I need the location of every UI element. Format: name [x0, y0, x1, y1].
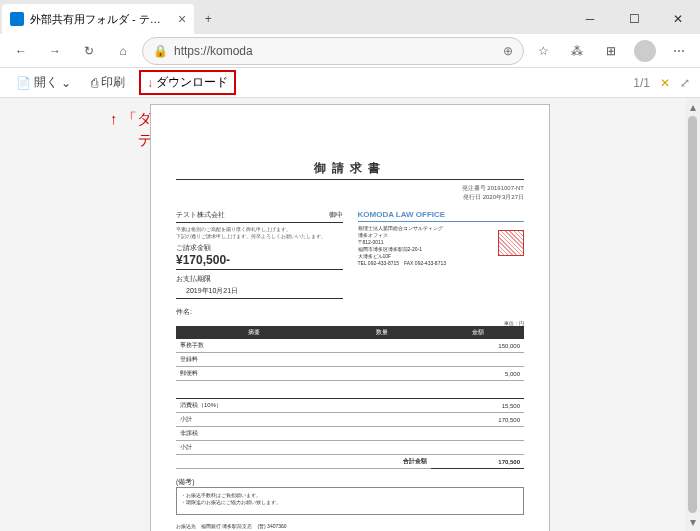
- open-button[interactable]: 📄 開く ⌄: [10, 71, 77, 94]
- browser-tab[interactable]: 外部共有用フォルダ - テスト請求書 ×: [2, 4, 194, 34]
- back-button[interactable]: ←: [6, 36, 36, 66]
- favorite-button[interactable]: ☆: [528, 36, 558, 66]
- scroll-down-icon[interactable]: ▾: [690, 515, 696, 529]
- scroll-up-icon[interactable]: ▴: [690, 100, 696, 114]
- favorites-list-button[interactable]: ⁂: [562, 36, 592, 66]
- company-logo: KOMODA LAW OFFICE: [358, 210, 525, 222]
- chevron-down-icon: ⌄: [61, 76, 71, 90]
- tab-title: 外部共有用フォルダ - テスト請求書: [30, 12, 170, 27]
- maximize-button[interactable]: ☐: [612, 4, 656, 34]
- tab-close-icon[interactable]: ×: [178, 11, 186, 27]
- pdf-close-icon[interactable]: ✕: [660, 76, 670, 90]
- reader-icon[interactable]: ⊕: [503, 44, 513, 58]
- lock-icon: 🔒: [153, 44, 168, 58]
- tab-favicon: [10, 12, 24, 26]
- page-indicator: 1/1: [633, 76, 650, 90]
- folder-icon: 📄: [16, 76, 31, 90]
- print-button[interactable]: ⎙ 印刷: [85, 71, 131, 94]
- invoice-document: 御請求書 発注番号 20191007-NT 発行日 2020年3月27日 テスト…: [150, 104, 550, 531]
- pdf-expand-icon[interactable]: ⤢: [680, 76, 690, 90]
- collections-button[interactable]: ⊞: [596, 36, 626, 66]
- print-icon: ⎙: [91, 76, 98, 90]
- menu-button[interactable]: ⋯: [664, 36, 694, 66]
- invoice-table: 摘要数量金額 事務手数150,000 登録料 郵便料5,000 消費税（10%）…: [176, 326, 524, 469]
- refresh-button[interactable]: ↻: [74, 36, 104, 66]
- close-button[interactable]: ✕: [656, 4, 700, 34]
- download-button[interactable]: ↓ ダウンロード: [139, 70, 236, 95]
- scroll-thumb[interactable]: [688, 116, 697, 513]
- address-bar[interactable]: 🔒 https://komoda ⊕: [142, 37, 524, 65]
- doc-meta: 発注番号 20191007-NT 発行日 2020年3月27日: [176, 184, 524, 202]
- doc-title: 御請求書: [176, 160, 524, 180]
- new-tab-button[interactable]: +: [194, 4, 222, 34]
- home-button[interactable]: ⌂: [108, 36, 138, 66]
- profile-avatar[interactable]: [634, 40, 656, 62]
- company-seal: [498, 230, 524, 256]
- url-text: https://komoda: [174, 44, 497, 58]
- forward-button[interactable]: →: [40, 36, 70, 66]
- minimize-button[interactable]: ─: [568, 4, 612, 34]
- scrollbar[interactable]: ▴ ▾: [685, 98, 700, 531]
- download-icon: ↓: [147, 76, 153, 90]
